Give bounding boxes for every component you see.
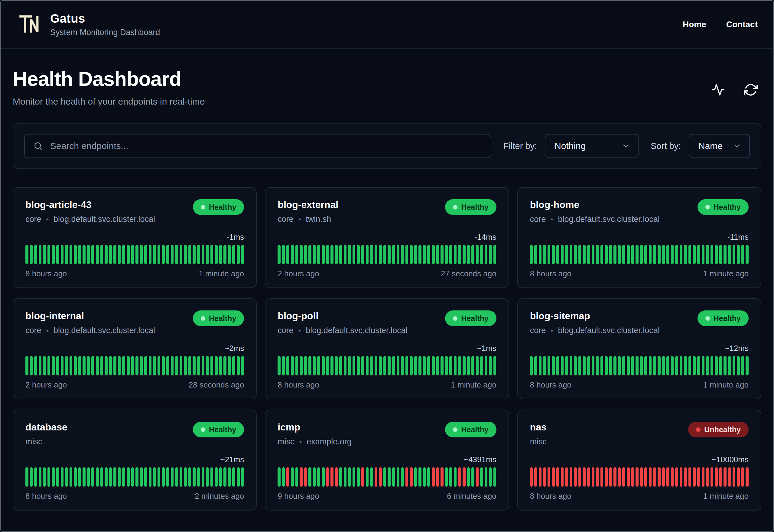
search-input[interactable]	[24, 134, 491, 158]
uptime-bar[interactable]	[414, 467, 417, 487]
uptime-bar[interactable]	[237, 467, 240, 487]
uptime-bar[interactable]	[379, 467, 382, 487]
uptime-bar[interactable]	[131, 467, 134, 487]
uptime-bar[interactable]	[543, 356, 546, 375]
uptime-bar[interactable]	[653, 467, 656, 487]
uptime-bar[interactable]	[702, 467, 705, 487]
uptime-bar[interactable]	[383, 356, 386, 375]
uptime-bar[interactable]	[471, 467, 474, 487]
uptime-bar[interactable]	[322, 356, 325, 375]
uptime-bar[interactable]	[401, 245, 404, 264]
endpoint-card[interactable]: blog-poll core • blog.default.svc.cluste…	[265, 298, 509, 399]
uptime-bar[interactable]	[432, 245, 435, 264]
uptime-bar[interactable]	[122, 245, 125, 264]
uptime-bar[interactable]	[578, 245, 581, 264]
uptime-bar[interactable]	[592, 356, 595, 375]
uptime-bar[interactable]	[241, 245, 244, 264]
uptime-bar[interactable]	[339, 356, 342, 375]
uptime-bar[interactable]	[158, 245, 161, 264]
uptime-bar[interactable]	[166, 467, 169, 487]
uptime-bar[interactable]	[61, 245, 64, 264]
uptime-bar[interactable]	[370, 467, 373, 487]
uptime-bar[interactable]	[649, 356, 652, 375]
uptime-bar[interactable]	[193, 356, 196, 375]
uptime-bar[interactable]	[366, 467, 369, 487]
uptime-bar[interactable]	[56, 467, 59, 487]
uptime-bar[interactable]	[322, 245, 325, 264]
uptime-bar[interactable]	[317, 467, 320, 487]
uptime-bar[interactable]	[737, 245, 740, 264]
uptime-bar[interactable]	[480, 356, 483, 375]
uptime-bar[interactable]	[34, 467, 37, 487]
uptime-bar[interactable]	[609, 356, 612, 375]
uptime-bar[interactable]	[728, 467, 731, 487]
uptime-bar[interactable]	[210, 467, 213, 487]
uptime-bar[interactable]	[476, 467, 479, 487]
uptime-bar[interactable]	[675, 245, 678, 264]
uptime-bar[interactable]	[418, 356, 421, 375]
uptime-bar[interactable]	[206, 245, 209, 264]
uptime-bar[interactable]	[30, 245, 33, 264]
uptime-bar[interactable]	[34, 356, 37, 375]
uptime-bar[interactable]	[711, 245, 714, 264]
uptime-bar[interactable]	[467, 467, 470, 487]
uptime-bar[interactable]	[636, 467, 639, 487]
uptime-bar[interactable]	[282, 245, 285, 264]
uptime-bar[interactable]	[441, 245, 444, 264]
uptime-bar[interactable]	[308, 467, 311, 487]
uptime-bar[interactable]	[688, 467, 691, 487]
uptime-bar[interactable]	[436, 356, 439, 375]
uptime-bar[interactable]	[175, 356, 178, 375]
uptime-bar[interactable]	[375, 356, 378, 375]
uptime-bar[interactable]	[353, 356, 356, 375]
uptime-bar[interactable]	[83, 245, 86, 264]
uptime-bar[interactable]	[131, 356, 134, 375]
uptime-bar[interactable]	[653, 356, 656, 375]
uptime-bar[interactable]	[39, 356, 42, 375]
uptime-bar[interactable]	[574, 356, 577, 375]
uptime-bar[interactable]	[397, 245, 400, 264]
uptime-bar[interactable]	[570, 245, 573, 264]
uptime-bar[interactable]	[100, 467, 103, 487]
uptime-bar[interactable]	[397, 356, 400, 375]
uptime-bar[interactable]	[122, 467, 125, 487]
uptime-bar[interactable]	[715, 356, 718, 375]
uptime-bar[interactable]	[662, 245, 665, 264]
uptime-bar[interactable]	[534, 245, 537, 264]
uptime-bar[interactable]	[680, 467, 683, 487]
uptime-bar[interactable]	[105, 245, 108, 264]
uptime-bar[interactable]	[282, 467, 285, 487]
uptime-bar[interactable]	[737, 356, 740, 375]
uptime-bar[interactable]	[454, 467, 457, 487]
uptime-bar[interactable]	[388, 245, 391, 264]
uptime-bar[interactable]	[574, 467, 577, 487]
uptime-bar[interactable]	[171, 356, 174, 375]
uptime-bar[interactable]	[43, 356, 46, 375]
uptime-bar[interactable]	[675, 467, 678, 487]
uptime-bar[interactable]	[74, 356, 77, 375]
uptime-bar[interactable]	[326, 356, 329, 375]
uptime-bar[interactable]	[96, 467, 99, 487]
uptime-bar[interactable]	[202, 467, 205, 487]
uptime-bar[interactable]	[47, 356, 50, 375]
uptime-bar[interactable]	[91, 356, 94, 375]
uptime-bar[interactable]	[600, 356, 603, 375]
uptime-bar[interactable]	[684, 467, 687, 487]
uptime-bar[interactable]	[30, 356, 33, 375]
uptime-bar[interactable]	[583, 245, 586, 264]
uptime-bar[interactable]	[113, 467, 116, 487]
uptime-bar[interactable]	[640, 356, 643, 375]
uptime-bar[interactable]	[741, 245, 744, 264]
uptime-bar[interactable]	[87, 245, 90, 264]
uptime-bar[interactable]	[570, 467, 573, 487]
uptime-bar[interactable]	[206, 467, 209, 487]
uptime-bar[interactable]	[330, 245, 333, 264]
uptime-bar[interactable]	[313, 356, 316, 375]
nav-home[interactable]: Home	[683, 20, 706, 29]
uptime-bar[interactable]	[605, 467, 608, 487]
uptime-bar[interactable]	[383, 245, 386, 264]
uptime-bar[interactable]	[286, 245, 289, 264]
uptime-bar[interactable]	[565, 356, 568, 375]
uptime-bar[interactable]	[237, 245, 240, 264]
uptime-bar[interactable]	[583, 467, 586, 487]
